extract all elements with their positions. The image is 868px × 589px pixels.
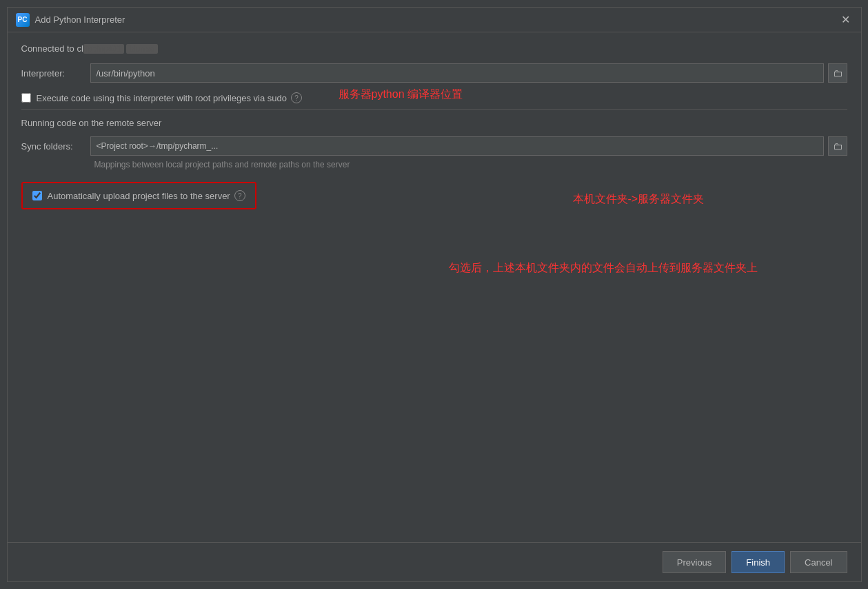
sync-folders-input[interactable] [90, 136, 824, 156]
title-bar: PC Add Python Interpreter ✕ [8, 8, 861, 32]
previous-button[interactable]: Previous [663, 551, 727, 573]
sync-input-area: 🗀 [90, 136, 847, 156]
annotation-auto-upload-note: 勾选后，上述本机文件夹内的文件会自动上传到服务器文件夹上 [449, 260, 835, 276]
app-icon: PC [16, 13, 30, 27]
auto-upload-box: Automatically upload project files to th… [21, 182, 256, 209]
finish-button[interactable]: Finish [731, 551, 785, 573]
annotation-server-interpreter: 服务器python 编译器位置 [339, 87, 463, 102]
connected-label: Connected to [21, 43, 74, 54]
sync-folders-row: Sync folders: 🗀 [21, 136, 847, 156]
close-button[interactable]: ✕ [839, 13, 853, 27]
section-separator [21, 109, 847, 110]
sync-folders-folder-button[interactable]: 🗀 [828, 136, 847, 156]
interpreter-folder-button[interactable]: 🗀 [828, 63, 847, 83]
annotation-local-server-folder: 本机文件夹->服务器文件夹 [573, 192, 705, 207]
auto-upload-label[interactable]: Automatically upload project files to th… [48, 191, 230, 201]
add-python-interpreter-dialog: PC Add Python Interpreter ✕ Connected to… [7, 7, 862, 582]
dialog-content: Connected to cl ipping@1 blurred Interpr… [8, 32, 861, 542]
auto-upload-help-icon[interactable]: ? [234, 190, 245, 201]
auto-upload-checkbox[interactable] [32, 191, 42, 200]
sudo-checkbox[interactable] [21, 93, 31, 103]
dialog-title: Add Python Interpreter [35, 14, 125, 25]
cancel-button[interactable]: Cancel [790, 551, 847, 573]
sync-folders-label: Sync folders: [21, 141, 90, 152]
connected-row: Connected to cl ipping@1 blurred [21, 43, 847, 54]
sudo-help-icon[interactable]: ? [291, 92, 302, 103]
folder-icon: 🗀 [833, 68, 842, 79]
connected-redacted-2: blurred [126, 44, 157, 54]
title-bar-left: PC Add Python Interpreter [16, 13, 125, 27]
interpreter-input-area: 🗀 [90, 63, 847, 83]
interpreter-input[interactable] [90, 63, 824, 83]
sudo-checkbox-label[interactable]: Execute code using this interpreter with… [37, 93, 287, 103]
remote-section-label: Running code on the remote server [21, 118, 847, 128]
connected-redacted-1: ipping@1 [83, 44, 124, 54]
sync-folder-icon: 🗀 [833, 141, 842, 152]
mappings-hint: Mappings between local project paths and… [94, 160, 847, 169]
connected-prefix: cl [77, 43, 83, 54]
interpreter-row: Interpreter: 🗀 [21, 63, 847, 83]
dialog-footer: Previous Finish Cancel [8, 542, 861, 581]
app-icon-text: PC [18, 16, 28, 23]
interpreter-label: Interpreter: [21, 68, 90, 79]
